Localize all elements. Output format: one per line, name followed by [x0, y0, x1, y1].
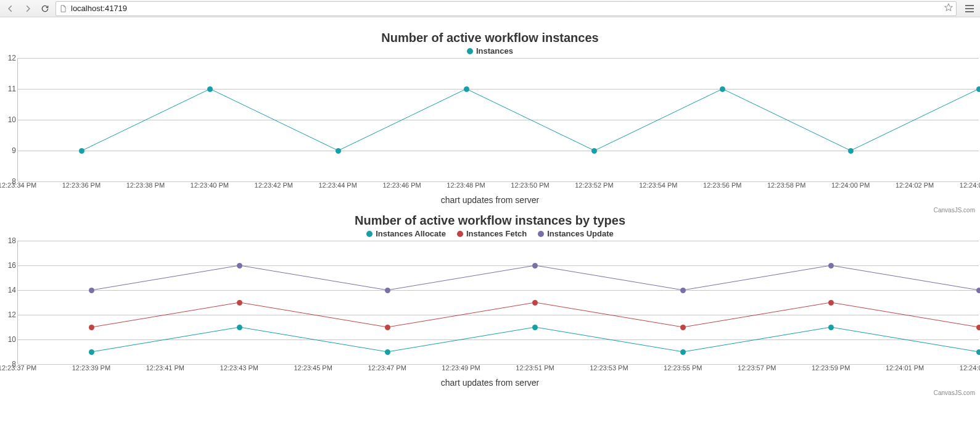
data-point[interactable] [976, 325, 981, 330]
data-point[interactable] [385, 288, 390, 293]
legend-item[interactable]: Instances Update [538, 229, 614, 238]
y-tick-label: 12 [0, 54, 16, 62]
chart-legend: Instances AllocateInstances FetchInstanc… [1, 229, 979, 238]
x-tick-label: 12:23:45 PM [294, 364, 332, 372]
page-content: Number of active workflow instancesInsta… [0, 17, 980, 421]
data-point[interactable] [207, 86, 213, 92]
data-point[interactable] [848, 148, 854, 154]
series-line [92, 265, 979, 290]
legend-label: Instances Fetch [466, 229, 527, 238]
legend-dot-icon [366, 231, 373, 237]
x-tick-label: 12:24:04 PM [960, 181, 980, 189]
series-line [92, 302, 979, 327]
x-tick-label: 12:23:49 PM [442, 364, 480, 372]
x-tick-label: 12:23:44 PM [318, 181, 356, 189]
series-line [92, 327, 979, 352]
data-point[interactable] [680, 349, 686, 355]
data-point[interactable] [89, 349, 94, 355]
data-point[interactable] [79, 148, 84, 154]
data-point[interactable] [828, 300, 834, 306]
page-icon [59, 4, 67, 13]
data-point[interactable] [237, 300, 242, 306]
x-axis-title: chart updates from server [1, 378, 979, 388]
x-axis-labels: 12:23:34 PM12:23:36 PM12:23:38 PM12:23:4… [17, 181, 979, 191]
data-point[interactable] [720, 86, 725, 92]
y-tick-label: 14 [0, 286, 16, 294]
data-point[interactable] [385, 349, 390, 355]
data-point[interactable] [237, 263, 242, 268]
data-point[interactable] [532, 263, 538, 268]
x-tick-label: 12:23:46 PM [382, 181, 421, 189]
data-point[interactable] [464, 86, 469, 92]
data-point[interactable] [237, 325, 242, 330]
data-point[interactable] [828, 325, 834, 330]
x-tick-label: 12:24:03 PM [960, 364, 980, 372]
plot [17, 58, 979, 181]
legend-label: Instances Allocate [376, 229, 446, 238]
y-tick-label: 11 [0, 85, 16, 93]
data-point[interactable] [89, 325, 94, 330]
x-tick-label: 12:24:01 PM [886, 364, 924, 372]
data-point[interactable] [336, 148, 341, 154]
back-button[interactable] [4, 2, 17, 15]
y-tick-label: 12 [0, 310, 16, 319]
data-point[interactable] [89, 288, 94, 293]
legend-label: Instances Update [547, 229, 614, 238]
chart-title: Number of active workflow instances [1, 31, 979, 45]
plot [17, 241, 979, 364]
x-tick-label: 12:23:54 PM [639, 181, 677, 189]
address-bar[interactable] [56, 1, 957, 16]
x-tick-label: 12:23:38 PM [126, 181, 165, 189]
x-tick-label: 12:24:00 PM [831, 181, 870, 189]
bookmark-star-icon[interactable] [944, 2, 953, 15]
data-point[interactable] [532, 325, 538, 330]
x-tick-label: 12:23:34 PM [0, 181, 36, 189]
legend-dot-icon [538, 231, 544, 237]
data-point[interactable] [976, 86, 981, 92]
legend-item[interactable]: Instances Allocate [366, 229, 446, 238]
data-point[interactable] [591, 148, 597, 154]
x-tick-label: 12:23:50 PM [511, 181, 549, 189]
plot-area: 81012141618 [1, 241, 979, 364]
data-point[interactable] [680, 288, 686, 293]
reload-button[interactable] [38, 2, 52, 15]
legend-item[interactable]: Instances [467, 46, 513, 56]
browser-toolbar [0, 0, 980, 17]
x-tick-label: 12:23:53 PM [590, 364, 628, 372]
forward-button[interactable] [21, 2, 35, 15]
legend-item[interactable]: Instances Fetch [457, 229, 527, 238]
series-svg [18, 241, 979, 364]
x-tick-label: 12:23:37 PM [0, 364, 36, 372]
x-tick-label: 12:23:57 PM [738, 364, 776, 372]
menu-button[interactable] [963, 2, 976, 15]
x-tick-label: 12:23:39 PM [72, 364, 110, 372]
data-point[interactable] [976, 349, 981, 355]
data-point[interactable] [532, 300, 538, 306]
data-point[interactable] [976, 288, 981, 293]
x-tick-label: 12:24:02 PM [896, 181, 934, 189]
chart-title: Number of active workflow instances by t… [1, 214, 979, 228]
x-tick-label: 12:23:43 PM [220, 364, 258, 372]
chart-credit[interactable]: CanvasJS.com [934, 389, 975, 396]
y-tick-label: 10 [0, 115, 16, 124]
chart-0: Number of active workflow instancesInsta… [1, 31, 979, 205]
x-tick-label: 12:23:51 PM [516, 364, 554, 372]
y-tick-label: 9 [0, 146, 16, 155]
x-tick-label: 12:23:41 PM [146, 364, 184, 372]
x-tick-label: 12:23:47 PM [368, 364, 406, 372]
y-tick-label: 18 [0, 236, 16, 245]
data-point[interactable] [680, 325, 686, 330]
url-input[interactable] [70, 3, 941, 14]
legend-dot-icon [457, 231, 463, 237]
x-axis-title: chart updates from server [1, 195, 979, 205]
data-point[interactable] [385, 325, 390, 330]
x-tick-label: 12:23:36 PM [62, 181, 101, 189]
chart-credit[interactable]: CanvasJS.com [934, 207, 975, 214]
x-tick-label: 12:23:59 PM [812, 364, 850, 372]
plot-area: 89101112 [1, 58, 979, 181]
legend-dot-icon [467, 48, 473, 54]
y-tick-label: 10 [0, 335, 16, 344]
data-point[interactable] [828, 263, 834, 268]
y-axis-labels: 89101112 [1, 58, 17, 181]
series-line [82, 89, 979, 151]
